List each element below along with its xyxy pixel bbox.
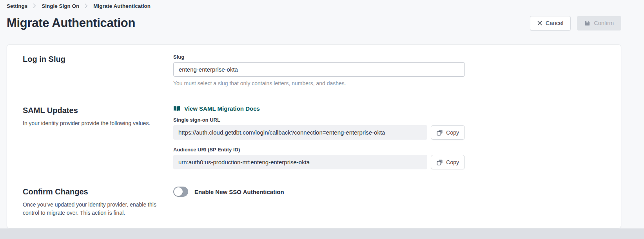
confirm-changes-description: Once you’ve updated your identity provid… [23, 201, 161, 217]
enable-sso-toggle-label: Enable New SSO Authentication [194, 189, 284, 195]
confirm-changes-heading: Confirm Changes [23, 187, 173, 196]
settings-card: Log in Slug Slug You must select a slug … [7, 44, 621, 228]
close-icon [537, 21, 542, 25]
breadcrumb-settings[interactable]: Settings [7, 3, 27, 9]
saml-migration-docs-link[interactable]: View SAML Migration Docs [173, 105, 260, 112]
login-slug-right: Slug You must select a slug that only co… [173, 54, 465, 86]
breadcrumb: Settings Single Sign On Migrate Authenti… [7, 3, 621, 9]
cancel-button[interactable]: Cancel [530, 16, 571, 31]
sso-url-group: Single sign-on URL https://auth.cloud.ge… [173, 117, 465, 140]
page-header: Migrate Authentication Cancel Con [7, 14, 621, 32]
slug-helper-text: You must select a slug that only contain… [173, 80, 465, 86]
copy-button-label: Copy [446, 129, 459, 136]
confirm-changes-left: Confirm Changes Once you’ve updated your… [23, 187, 173, 217]
chevron-right-icon [85, 4, 88, 8]
saml-updates-heading: SAML Updates [23, 106, 173, 115]
save-icon [584, 20, 590, 26]
audience-uri-label: Audience URI (SP Entity ID) [173, 147, 465, 153]
migrate-authentication-page: Settings Single Sign On Migrate Authenti… [0, 0, 644, 239]
login-slug-left: Log in Slug [23, 54, 173, 64]
enable-sso-toggle[interactable] [173, 187, 188, 197]
login-slug-heading: Log in Slug [23, 55, 173, 64]
audience-uri-row: urn:auth0:us-production-mt:enteng-enterp… [173, 155, 465, 169]
slug-label: Slug [173, 54, 465, 60]
book-icon [173, 106, 180, 111]
page-bottom-strip [0, 228, 644, 239]
copy-icon [437, 129, 443, 136]
cancel-button-label: Cancel [546, 20, 563, 26]
copy-icon [437, 159, 443, 165]
page-content: Settings Single Sign On Migrate Authenti… [0, 0, 644, 228]
saml-updates-section: SAML Updates In your identity provider p… [23, 105, 605, 169]
confirm-button-label: Confirm [594, 20, 614, 26]
login-slug-section: Log in Slug Slug You must select a slug … [23, 54, 605, 86]
confirm-button[interactable]: Confirm [577, 16, 621, 31]
audience-uri-field: urn:auth0:us-production-mt:enteng-enterp… [173, 155, 427, 169]
saml-updates-right: View SAML Migration Docs Single sign-on … [173, 105, 465, 169]
copy-sso-url-button[interactable]: Copy [431, 125, 465, 140]
audience-uri-group: Audience URI (SP Entity ID) urn:auth0:us… [173, 147, 465, 169]
saml-updates-left: SAML Updates In your identity provider p… [23, 105, 173, 127]
confirm-changes-section: Confirm Changes Once you’ve updated your… [23, 187, 605, 217]
copy-button-label: Copy [446, 159, 459, 165]
slug-input[interactable] [173, 62, 465, 77]
page-title: Migrate Authentication [7, 16, 135, 30]
saml-updates-description: In your identity provider provide the fo… [23, 119, 173, 127]
chevron-right-icon [33, 4, 36, 8]
saml-migration-docs-link-label: View SAML Migration Docs [184, 105, 260, 112]
breadcrumb-migrate-authentication: Migrate Authentication [93, 3, 151, 9]
copy-audience-uri-button[interactable]: Copy [431, 155, 465, 169]
breadcrumb-single-sign-on[interactable]: Single Sign On [42, 3, 79, 9]
sso-url-field: https://auth.cloud.getdbt.com/login/call… [173, 125, 427, 140]
toggle-knob [174, 187, 183, 196]
sso-url-row: https://auth.cloud.getdbt.com/login/call… [173, 125, 465, 140]
confirm-changes-right: Enable New SSO Authentication [173, 187, 465, 197]
header-actions: Cancel Confirm [530, 16, 621, 31]
enable-sso-toggle-row: Enable New SSO Authentication [173, 187, 465, 197]
sso-url-label: Single sign-on URL [173, 117, 465, 123]
